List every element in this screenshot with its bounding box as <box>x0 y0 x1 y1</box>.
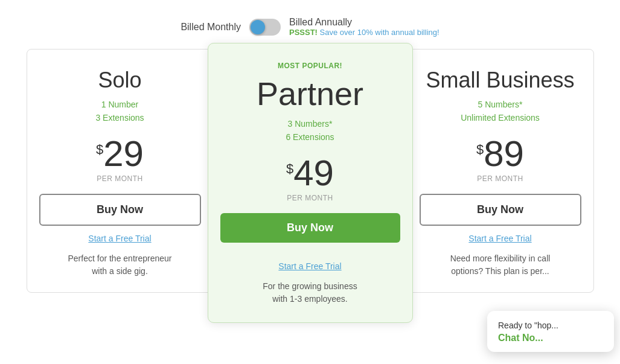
billing-annually-group: Billed Annually PSSST! Save over 10% wit… <box>289 17 439 37</box>
plan-name-solo: Solo <box>39 68 201 93</box>
price-block-small-business: $ 89 <box>420 136 581 172</box>
chat-ready-text: Ready to "hop... <box>498 321 603 330</box>
price-period-solo: PER MONTH <box>39 174 201 183</box>
chat-bubble: Ready to "hop... Chat No... <box>487 311 614 352</box>
price-dollar-small-business: $ <box>476 142 484 158</box>
price-dollar-solo: $ <box>96 142 103 158</box>
plan-features-small-business: 5 Numbers* Unlimited Extensions <box>420 98 581 125</box>
pssst-label: PSSST! <box>289 28 318 37</box>
price-amount-solo: 29 <box>103 136 144 172</box>
price-block-partner: $ 49 <box>220 155 400 191</box>
plan-name-partner: Partner <box>220 75 400 112</box>
price-block-solo: $ 29 <box>39 136 201 172</box>
free-trial-small-business[interactable]: Start a Free Trial <box>468 234 531 243</box>
billed-monthly-label: Billed Monthly <box>181 22 241 33</box>
price-dollar-partner: $ <box>286 161 293 177</box>
buy-now-solo[interactable]: Buy Now <box>39 194 201 226</box>
price-period-small-business: PER MONTH <box>420 174 581 183</box>
buy-now-partner[interactable]: Buy Now <box>220 213 400 243</box>
billing-toggle[interactable] <box>249 19 281 36</box>
pssst-message: Save over 10% with annual billing! <box>320 28 439 37</box>
plans-container: Solo 1 Number 3 Extensions $ 29 PER MONT… <box>0 49 620 323</box>
most-popular-label: MOST POPULAR! <box>220 62 400 70</box>
plan-description-partner: For the growing businesswith 1-3 employe… <box>220 280 400 305</box>
plan-description-solo: Perfect for the entrepreneurwith a side … <box>39 252 201 278</box>
plan-card-small-business: Small Business 5 Numbers* Unlimited Exte… <box>407 49 594 293</box>
plan-description-small-business: Need more flexibility in calloptions? Th… <box>420 252 581 278</box>
plan-features-partner: 3 Numbers* 6 Extensions <box>220 117 400 144</box>
chat-now-button[interactable]: Chat No... <box>498 333 543 343</box>
price-period-partner: PER MONTH <box>220 194 400 202</box>
free-trial-solo[interactable]: Start a Free Trial <box>88 234 151 243</box>
toggle-thumb <box>251 20 265 34</box>
pssst-text: PSSST! Save over 10% with annual billing… <box>289 28 439 37</box>
price-amount-small-business: 89 <box>484 136 524 172</box>
plan-card-partner: MOST POPULAR! Partner 3 Numbers* 6 Exten… <box>208 43 413 323</box>
plan-features-solo: 1 Number 3 Extensions <box>39 98 201 125</box>
billed-annually-label: Billed Annually <box>289 17 352 28</box>
free-trial-partner[interactable]: Start a Free Trial <box>278 261 341 271</box>
price-amount-partner: 49 <box>293 155 334 191</box>
plan-card-solo: Solo 1 Number 3 Extensions $ 29 PER MONT… <box>27 49 214 293</box>
billing-toggle-area: Billed Monthly Billed Annually PSSST! Sa… <box>0 0 620 49</box>
plan-name-small-business: Small Business <box>420 68 581 93</box>
buy-now-small-business[interactable]: Buy Now <box>420 194 581 226</box>
